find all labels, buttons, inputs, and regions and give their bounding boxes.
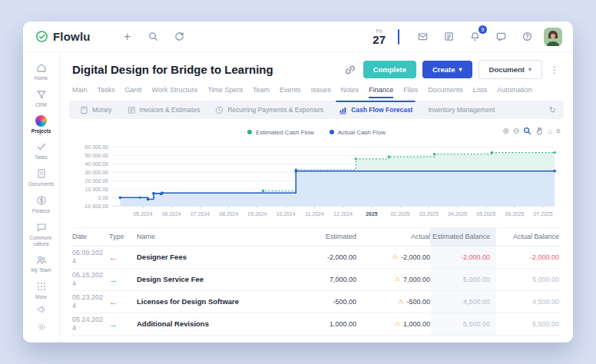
legend-dot-actual (329, 130, 334, 134)
pan-icon[interactable] (535, 127, 544, 135)
column-header-estimated-balance[interactable]: Estimated Balance (430, 228, 496, 246)
flowlu-logo[interactable]: Flowlu (35, 30, 91, 43)
cell-estimated: 7,000.00 (286, 269, 356, 290)
user-avatar[interactable] (544, 28, 562, 46)
cash-flow-chart[interactable]: 60 000.0050 000.0040 000.0030 000.0020 0… (72, 138, 561, 223)
column-header-date[interactable]: Date (72, 228, 109, 246)
cell-name[interactable]: Licenses for Design Software (137, 291, 286, 313)
tab-events[interactable]: Events (280, 86, 301, 98)
cell-name[interactable]: Additional Revisions (137, 313, 286, 335)
cash-flow-chart-card: Estimated Cash Flow Actual Cash Flow ⊕ ⊖ (60, 126, 573, 223)
settings-gear-icon[interactable] (36, 322, 47, 333)
sidebar-item-finance[interactable]: Finance (25, 191, 58, 218)
tab-work-structure[interactable]: Work Structure (152, 86, 198, 98)
svg-text:2025: 2025 (366, 211, 377, 217)
page-icon (80, 106, 88, 114)
cell-actual: ⚠-2,000.00 (356, 247, 430, 268)
svg-text:40 000.00: 40 000.00 (85, 161, 109, 167)
copy-link-icon[interactable] (343, 63, 357, 77)
svg-text:-10 000.00: -10 000.00 (83, 204, 108, 209)
complete-button[interactable]: Complete (363, 61, 416, 78)
chart-legend: Estimated Cash Flow Actual Cash Flow (247, 129, 386, 136)
expense-arrow-icon: ← (109, 291, 137, 313)
column-header-actual-balance[interactable]: Actual Balance (496, 228, 561, 246)
recent-activity-icon[interactable] (171, 28, 189, 46)
tab-lists[interactable]: Lists (473, 86, 488, 98)
sidebar-item-communications[interactable]: Communi-cations (25, 218, 58, 251)
tab-finance[interactable]: Finance (369, 86, 393, 98)
chat-icon[interactable] (492, 28, 510, 46)
sidebar-item-crm[interactable]: CRM (25, 85, 58, 112)
help-icon[interactable] (518, 28, 536, 46)
speech-bubble-icon (35, 221, 48, 233)
finance-subtabs: Money Invoices & Estimates Recurring Pay… (69, 101, 564, 119)
tab-gantt[interactable]: Gantt (125, 86, 142, 98)
people-icon (35, 253, 48, 266)
svg-text:11.2024: 11.2024 (305, 211, 323, 217)
cell-actual: ⚠1,000.00 (356, 313, 430, 335)
calendar-date[interactable]: Fri 27 (372, 28, 386, 45)
cell-date: 05.15.2024 (72, 269, 109, 290)
search-icon[interactable] (144, 28, 163, 46)
column-header-type[interactable]: Type (109, 228, 137, 246)
refresh-icon[interactable]: ↻ (549, 105, 561, 115)
box-zoom-icon[interactable] (523, 127, 531, 135)
subtab-money[interactable]: Money (72, 101, 120, 119)
subtab-recurring-payments[interactable]: Recurring Payments & Expenses (207, 101, 331, 119)
table-row[interactable]: 05.15.2024 → Design Service Fee 7,000.00… (72, 269, 561, 291)
tab-time-spent[interactable]: Time Spent (207, 86, 243, 98)
tab-automation[interactable]: Automation (497, 86, 532, 98)
sidebar-item-tasks[interactable]: Tasks (25, 137, 58, 164)
quick-add-button[interactable]: + (118, 28, 137, 46)
home-icon (35, 61, 48, 74)
subtab-cash-flow-forecast[interactable]: Cash Flow Forecast (331, 101, 420, 119)
sidebar-item-more[interactable]: More (25, 277, 58, 304)
mail-icon[interactable] (413, 28, 432, 46)
notifications-bell-icon[interactable]: 9 (465, 28, 484, 46)
svg-text:30 000.00: 30 000.00 (85, 170, 109, 175)
table-row[interactable]: 05.09.2024 ← Designer Fees -2,000.00 ⚠-2… (72, 247, 561, 269)
cell-name[interactable]: Designer Fees (137, 247, 286, 268)
cell-actual-balance: 5,500.00 (496, 313, 561, 335)
svg-text:05.2025: 05.2025 (476, 211, 495, 217)
clock-icon (215, 106, 224, 114)
warning-icon: ⚠ (392, 253, 398, 260)
tab-files[interactable]: Files (403, 86, 418, 98)
column-header-name[interactable]: Name (137, 228, 286, 246)
tab-tasks[interactable]: Tasks (98, 86, 115, 98)
feedback-icon[interactable] (36, 339, 47, 342)
legend-estimated-cash-flow[interactable]: Estimated Cash Flow (247, 129, 314, 136)
main-content: Digital Design for Bridge to Learning Co… (60, 52, 573, 342)
table-row[interactable]: 05.23.2024 ← Licenses for Design Softwar… (72, 291, 561, 313)
subtab-invoices-estimates[interactable]: Invoices & Estimates (120, 101, 208, 119)
table-row[interactable]: 05.24.2024 → Additional Revisions 1,000.… (72, 313, 561, 336)
notes-icon[interactable] (439, 28, 458, 46)
zoom-out-icon[interactable]: ⊖ (513, 127, 519, 135)
sidebar-item-home[interactable]: Home (25, 58, 58, 85)
zoom-in-icon[interactable]: ⊕ (502, 127, 508, 135)
create-button[interactable]: Create▾ (422, 61, 472, 78)
sidebar-item-projects[interactable]: Projects (25, 112, 58, 138)
column-header-actual[interactable]: Actual (356, 228, 430, 246)
tab-issues[interactable]: Issues (311, 86, 331, 98)
sidebar-item-my-team[interactable]: My Team (25, 250, 58, 277)
subtab-inventory-management[interactable]: Inventory Management (420, 101, 502, 119)
money-icon (35, 194, 48, 207)
chart-menu-icon[interactable]: ≡ (556, 127, 561, 135)
cell-name[interactable]: Design Service Fee (137, 269, 286, 290)
document-button[interactable]: Document▾ (478, 60, 542, 79)
tab-team[interactable]: Team (253, 86, 270, 98)
svg-text:09.2024: 09.2024 (248, 211, 267, 217)
column-header-estimated[interactable]: Estimated (286, 228, 356, 246)
more-options-icon[interactable]: ⋮ (548, 65, 561, 75)
tab-documents[interactable]: Documents (428, 86, 463, 98)
reset-axes-home-icon[interactable]: ⌂ (548, 127, 552, 135)
announcement-icon[interactable] (36, 304, 47, 315)
notification-badge: 9 (478, 25, 487, 34)
tab-main[interactable]: Main (72, 86, 88, 98)
chevron-down-icon: ▾ (459, 67, 462, 73)
tab-notes[interactable]: Notes (341, 86, 359, 98)
transactions-table: Date Type Name Estimated Actual Estimate… (72, 227, 561, 336)
legend-actual-cash-flow[interactable]: Actual Cash Flow (329, 129, 386, 136)
sidebar-item-documents[interactable]: Documents (25, 164, 58, 191)
